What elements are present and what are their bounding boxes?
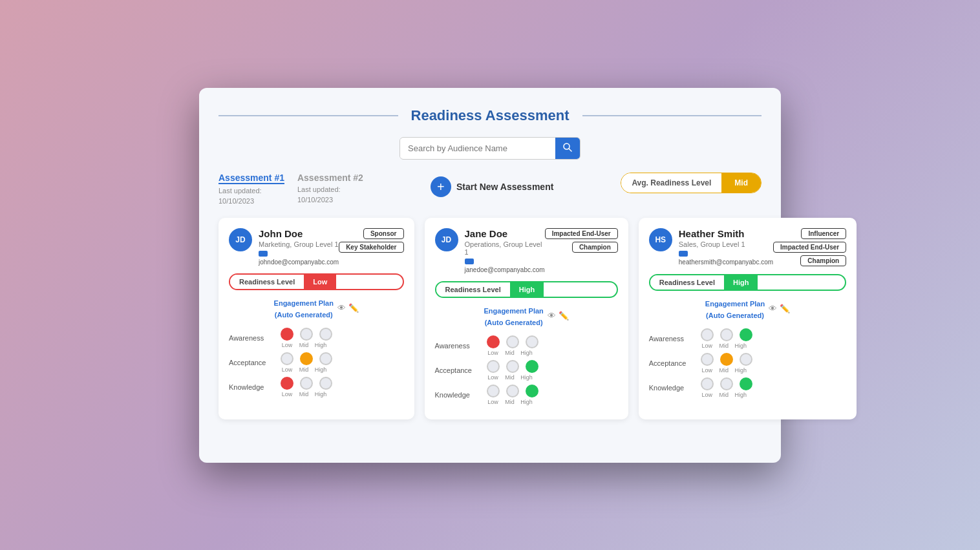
view-icon[interactable]: 👁 <box>548 311 556 321</box>
metric-dot-0-high[interactable] <box>740 328 752 341</box>
metric-dot-0-low[interactable] <box>487 335 500 348</box>
engagement-plan-label: Engagement Plan(Auto Generated) <box>484 307 543 326</box>
edit-icon[interactable]: ✏️ <box>780 304 790 313</box>
tag-1: Champion <box>572 242 618 253</box>
person-dept: Sales, Group Level 1 <box>679 240 773 248</box>
metric-dot-1-mid[interactable] <box>300 352 313 365</box>
readiness-level-value: High <box>724 275 758 290</box>
metric-label-2: Knowledge <box>435 391 482 399</box>
metric-row-1: Acceptance Low Mid High <box>229 352 404 373</box>
metric-radio-group-2: Low Mid High <box>487 385 538 405</box>
new-assessment-button[interactable]: + Start New Assessment <box>431 173 553 201</box>
edit-icon[interactable]: ✏️ <box>348 303 359 313</box>
metric-dot-2-low[interactable] <box>487 385 500 397</box>
app-container: Readiness Assessment Assessment #1 Last … <box>199 88 781 463</box>
engagement-plan: Engagement Plan(Auto Generated) 👁 ✏️ <box>435 304 618 328</box>
person-info: HS Heather Smith Sales, Group Level 1 he… <box>649 228 773 266</box>
metric-row-0: Awareness Low Mid High <box>435 335 618 356</box>
engagement-plan: Engagement Plan(Auto Generated) 👁 ✏️ <box>229 297 404 320</box>
person-name: Jane Doe <box>465 228 545 239</box>
tag-0: Influencer <box>801 228 846 239</box>
readiness-level-label: Readiness Level <box>230 275 304 289</box>
view-icon[interactable]: 👁 <box>769 304 777 313</box>
metric-dot-2-mid[interactable] <box>720 377 733 390</box>
metric-dot-2-high[interactable] <box>319 377 332 390</box>
search-button[interactable] <box>555 138 580 159</box>
readiness-level-label: Readiness Level <box>650 275 724 290</box>
metric-label-1: Acceptance <box>435 366 482 374</box>
assessment-tab-1-prefix: Last updated: <box>218 187 284 195</box>
search-icon <box>563 143 572 152</box>
metrics-section: Awareness Low Mid High Acceptance Low <box>435 335 618 405</box>
metric-row-1: Acceptance Low Mid High <box>649 353 846 374</box>
metric-dot-0-mid[interactable] <box>300 328 313 341</box>
tag-2: Champion <box>800 255 846 266</box>
edit-icon[interactable]: ✏️ <box>559 311 569 321</box>
metric-dot-2-low[interactable] <box>281 377 293 390</box>
person-card-jane-doe: JD Jane Doe Operations, Group Level 1 ja… <box>425 218 628 419</box>
plus-icon: + <box>431 176 451 197</box>
card-header: JD Jane Doe Operations, Group Level 1 ja… <box>435 228 618 273</box>
tag-0: Sponsor <box>363 228 404 239</box>
card-header: HS Heather Smith Sales, Group Level 1 he… <box>649 228 846 266</box>
metric-dot-2-mid[interactable] <box>506 385 519 397</box>
metric-dot-2-high[interactable] <box>526 385 538 397</box>
assessment-tabs: Assessment #1 Last updated: 10/10/2023 A… <box>218 173 363 205</box>
metric-radio-group-0: Low Mid High <box>281 328 332 348</box>
metric-label-2: Knowledge <box>229 383 275 391</box>
metric-radio-group-1: Low Mid High <box>701 353 752 374</box>
avg-readiness-widget: Avg. Readiness Level Mid <box>621 173 762 193</box>
assessment-tab-2-link[interactable]: Assessment #2 <box>297 173 363 183</box>
metric-dot-1-high[interactable] <box>526 360 538 373</box>
card-header: JD John Doe Marketing, Group Level 1 joh… <box>229 228 404 266</box>
person-tags: Impacted End-UserChampion <box>545 228 618 253</box>
metric-dot-0-low[interactable] <box>701 328 714 341</box>
metric-dot-1-mid[interactable] <box>506 360 519 373</box>
metrics-section: Awareness Low Mid High Acceptance Low <box>229 328 404 397</box>
avg-readiness-label: Avg. Readiness Level <box>621 173 721 193</box>
metric-dot-2-low[interactable] <box>701 377 714 390</box>
metric-row-2: Knowledge Low Mid High <box>435 385 618 405</box>
assessment-tab-2-prefix: Last updated: <box>297 185 363 193</box>
person-details: Jane Doe Operations, Group Level 1 janed… <box>465 228 545 273</box>
person-name: John Doe <box>259 228 339 239</box>
readiness-pill: Readiness Level High <box>435 281 618 298</box>
metric-dot-0-high[interactable] <box>526 335 538 348</box>
tag-1: Impacted End-User <box>773 242 846 253</box>
title-line-left <box>218 115 398 116</box>
metric-label-0: Awareness <box>649 335 696 343</box>
metric-label-1: Acceptance <box>229 359 275 366</box>
metric-dot-1-high[interactable] <box>319 352 332 365</box>
metric-dot-0-mid[interactable] <box>506 335 519 348</box>
metric-dot-1-mid[interactable] <box>720 353 733 366</box>
avatar: JD <box>229 228 252 251</box>
engagement-plan-label: Engagement Plan(Auto Generated) <box>705 300 765 319</box>
metrics-section: Awareness Low Mid High Acceptance Low <box>649 328 846 398</box>
title-line-right <box>582 115 762 116</box>
assessment-tab-2: Assessment #2 Last updated: 10/10/2023 <box>297 173 363 205</box>
metric-dot-2-high[interactable] <box>740 377 752 390</box>
metric-dot-0-mid[interactable] <box>720 328 733 341</box>
metric-dot-1-low[interactable] <box>487 360 500 373</box>
people-cards: JD John Doe Marketing, Group Level 1 joh… <box>218 218 762 419</box>
person-email: johndoe@companyabc.com <box>259 259 339 266</box>
svg-line-1 <box>569 149 571 151</box>
view-icon[interactable]: 👁 <box>337 303 346 313</box>
metric-dot-1-low[interactable] <box>701 353 714 366</box>
email-icon <box>465 259 474 264</box>
assessment-tab-1: Assessment #1 Last updated: 10/10/2023 <box>218 173 284 205</box>
metric-dot-0-high[interactable] <box>319 328 332 341</box>
avatar: HS <box>649 228 672 251</box>
readiness-level-value: Low <box>304 275 336 289</box>
readiness-pill: Readiness Level High <box>649 274 846 291</box>
metric-dot-0-low[interactable] <box>281 328 293 341</box>
metric-dot-1-high[interactable] <box>740 353 752 366</box>
readiness-level-value: High <box>510 282 544 297</box>
search-input[interactable] <box>400 139 555 158</box>
page-title: Readiness Assessment <box>398 107 582 124</box>
metric-radio-group-1: Low Mid High <box>281 352 332 373</box>
metric-dot-1-low[interactable] <box>281 352 293 365</box>
person-info: JD Jane Doe Operations, Group Level 1 ja… <box>435 228 545 273</box>
metric-dot-2-mid[interactable] <box>300 377 313 390</box>
assessment-tab-1-link[interactable]: Assessment #1 <box>218 173 284 184</box>
